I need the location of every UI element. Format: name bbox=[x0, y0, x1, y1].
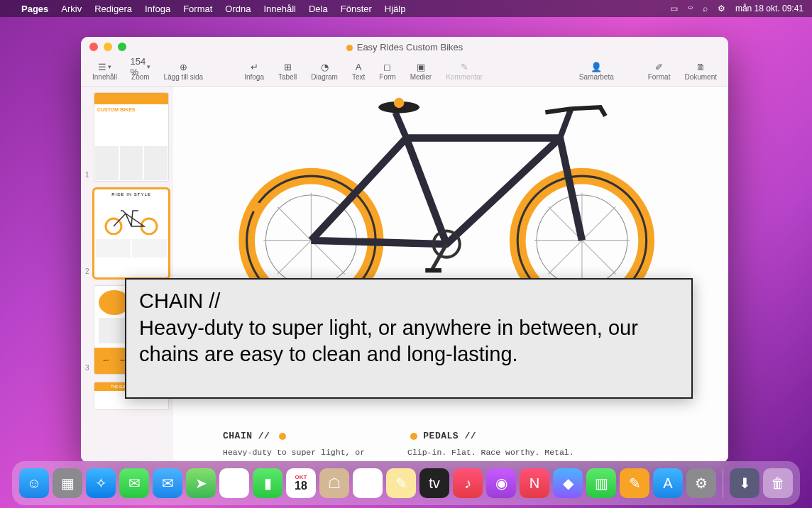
document-button[interactable]: 🗎Dokument bbox=[680, 62, 721, 81]
page-thumbnail-1[interactable]: CUSTOM BIKES bbox=[94, 92, 169, 182]
tv-icon[interactable]: tv bbox=[419, 468, 449, 498]
zoom-button[interactable]: 154 %▾Zoom bbox=[127, 62, 154, 81]
table-button[interactable]: ⊞Tabell bbox=[274, 62, 301, 81]
menu-item-format[interactable]: Format bbox=[183, 4, 212, 14]
svg-point-23 bbox=[394, 98, 404, 108]
news-icon[interactable]: N bbox=[520, 468, 549, 498]
appstore-icon[interactable]: A bbox=[653, 468, 683, 498]
thumbnails-sidebar[interactable]: 1 CUSTOM BIKES 2 RIDE IN STYLE bbox=[81, 87, 173, 463]
accessibility-zoom-overlay: CHAIN // Heavy-duty to super light, or a… bbox=[125, 278, 693, 399]
menu-item-redigera[interactable]: Redigera bbox=[94, 4, 132, 14]
marker-icon bbox=[279, 433, 286, 440]
mail-icon[interactable]: ✉ bbox=[153, 468, 182, 498]
page-thumbnail-2[interactable]: RIDE IN STYLE bbox=[94, 189, 169, 278]
insert-button[interactable]: ↵Infoga bbox=[240, 62, 268, 81]
chain-heading: CHAIN // bbox=[223, 431, 270, 441]
messages-icon[interactable]: ✉ bbox=[119, 468, 149, 498]
toolbar: ☰▾Innehåll 154 %▾Zoom ⊕Lägg till sida ↵I… bbox=[81, 57, 728, 87]
preferences-icon[interactable]: ⚙ bbox=[686, 468, 716, 498]
fullscreen-button[interactable] bbox=[118, 43, 126, 51]
search-icon[interactable]: ⌕ bbox=[703, 4, 708, 13]
chart-button[interactable]: ◔Diagram bbox=[307, 62, 342, 81]
svg-point-22 bbox=[252, 202, 262, 212]
photos-icon[interactable]: ✿ bbox=[219, 468, 249, 498]
zoom-body: Heavy-duty to super light, or anywhere i… bbox=[139, 316, 638, 366]
trash-icon[interactable]: 🗑 bbox=[763, 468, 793, 498]
section-chain: CHAIN // Heavy-duty to super light, or a… bbox=[223, 431, 393, 463]
control-center-icon[interactable]: ⚙ bbox=[718, 4, 725, 13]
clock[interactable]: mån 18 okt. 09:41 bbox=[735, 4, 803, 13]
close-button[interactable] bbox=[89, 43, 98, 51]
maps-icon[interactable]: ➤ bbox=[186, 468, 216, 498]
view-button[interactable]: ☰▾Innehåll bbox=[88, 62, 121, 81]
marker-icon bbox=[410, 433, 417, 440]
edited-indicator-icon bbox=[346, 45, 353, 51]
chain-body: Heavy-duty to super light, or anywhere i… bbox=[223, 447, 393, 463]
reminders-icon[interactable]: ☰ bbox=[353, 468, 383, 498]
pages-icon[interactable]: ✎ bbox=[620, 468, 649, 498]
menu-item-infoga[interactable]: Infoga bbox=[145, 4, 170, 14]
menu-item-innehall[interactable]: Innehåll bbox=[263, 4, 296, 14]
shape-button[interactable]: ◻Form bbox=[375, 62, 400, 81]
svg-line-18 bbox=[560, 109, 571, 138]
numbers-icon[interactable]: ▥ bbox=[586, 468, 616, 498]
svg-rect-21 bbox=[425, 268, 441, 272]
dock-separator bbox=[723, 469, 723, 497]
finder-icon[interactable]: ☺ bbox=[19, 468, 49, 498]
notes-icon[interactable]: ✎ bbox=[386, 468, 416, 498]
text-button[interactable]: AText bbox=[348, 62, 369, 81]
wifi-icon[interactable]: ⌔ bbox=[688, 4, 693, 13]
calendar-icon[interactable]: OKT18 bbox=[286, 468, 316, 498]
facetime-icon[interactable]: ▮ bbox=[253, 468, 282, 498]
pedals-body: Clip-in. Flat. Race worthy. Metal. Nonsl… bbox=[407, 447, 578, 463]
document-canvas[interactable]: CHAIN // Heavy-duty to super light, or a… bbox=[173, 87, 728, 463]
shortcuts-icon[interactable]: ◆ bbox=[553, 468, 583, 498]
dock: ☺ ▦ ✧ ✉ ✉ ➤ ✿ ▮ OKT18 ☖ ☰ ✎ tv ♪ ◉ N ◆ ▥… bbox=[12, 461, 800, 505]
downloads-icon[interactable]: ⬇ bbox=[730, 468, 759, 498]
pages-window: Easy Rides Custom Bikes ☰▾Innehåll 154 %… bbox=[81, 37, 728, 463]
safari-icon[interactable]: ✧ bbox=[86, 468, 116, 498]
menubar: Pages Arkiv Redigera Infoga Format Ordna… bbox=[0, 0, 812, 17]
menu-item-arkiv[interactable]: Arkiv bbox=[61, 4, 82, 14]
menu-item-hjalp[interactable]: Hjälp bbox=[385, 4, 406, 14]
comment-button[interactable]: ✎Kommentar bbox=[441, 62, 487, 81]
menu-app[interactable]: Pages bbox=[21, 4, 48, 14]
format-button[interactable]: ✐Format bbox=[644, 62, 675, 81]
menu-item-ordna[interactable]: Ordna bbox=[225, 4, 251, 14]
podcasts-icon[interactable]: ◉ bbox=[486, 468, 516, 498]
window-title: Easy Rides Custom Bikes bbox=[357, 42, 463, 53]
minimize-button[interactable] bbox=[104, 43, 112, 51]
contacts-icon[interactable]: ☖ bbox=[319, 468, 349, 498]
titlebar[interactable]: Easy Rides Custom Bikes bbox=[81, 37, 728, 57]
battery-icon[interactable]: ▭ bbox=[670, 4, 678, 13]
launchpad-icon[interactable]: ▦ bbox=[53, 468, 82, 498]
pedals-heading: PEDALS // bbox=[423, 431, 476, 441]
add-page-button[interactable]: ⊕Lägg till sida bbox=[160, 62, 208, 81]
svg-line-16 bbox=[395, 112, 406, 138]
zoom-heading: CHAIN // bbox=[139, 289, 220, 312]
collaborate-button[interactable]: 👤Samarbeta bbox=[575, 62, 618, 81]
section-pedals: PEDALS // Clip-in. Flat. Race worthy. Me… bbox=[407, 431, 578, 463]
media-button[interactable]: ▣Medier bbox=[406, 62, 437, 81]
menu-item-fonster[interactable]: Fönster bbox=[341, 4, 372, 14]
menu-item-dela[interactable]: Dela bbox=[309, 4, 328, 14]
music-icon[interactable]: ♪ bbox=[453, 468, 483, 498]
